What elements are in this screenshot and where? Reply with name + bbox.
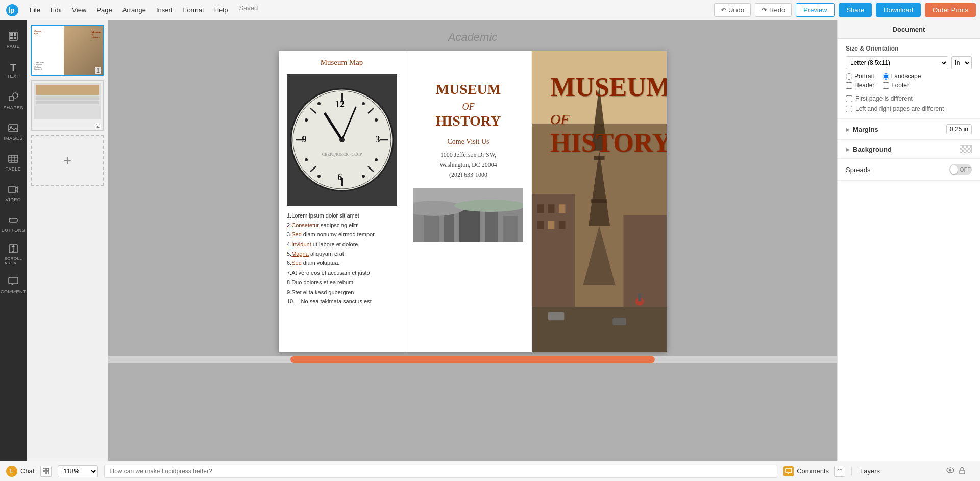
- background-header[interactable]: ▶ Background: [838, 140, 980, 158]
- svg-point-41: [317, 175, 321, 178]
- size-orientation-title: Size & Orientation: [846, 45, 972, 52]
- layers-icons: [946, 467, 966, 475]
- svg-text:6: 6: [338, 172, 342, 182]
- menu-help[interactable]: Help: [209, 4, 233, 16]
- sidebar-tool-buttons[interactable]: BUTTONS: [0, 208, 27, 239]
- download-button[interactable]: Download: [876, 3, 921, 17]
- topbar-actions: ↶ Undo ↷ Redo Preview Share Download Ord…: [714, 3, 976, 17]
- sidebar-tool-shapes[interactable]: SHAPES: [0, 86, 27, 116]
- layers-eye-icon[interactable]: [946, 467, 954, 475]
- spreads-toggle[interactable]: OFF: [949, 164, 972, 175]
- list-link[interactable]: Invidunt: [291, 241, 311, 247]
- sidebar-tool-comment[interactable]: COMMENT: [0, 270, 27, 300]
- svg-point-56: [454, 200, 523, 212]
- lr-pages-diff-row: Left and right pages are different: [846, 105, 972, 112]
- margins-value: 0.25 in: [946, 124, 972, 134]
- lr-pages-diff-checkbox[interactable]: [846, 106, 852, 112]
- svg-text:3: 3: [376, 134, 380, 145]
- scroll-area-icon: [8, 244, 18, 255]
- right-panel-background: Museum of History: [532, 51, 667, 352]
- sidebar-tool-scroll-area[interactable]: SCROLLAREA: [0, 239, 27, 270]
- list-item: 7.At vero eos et accusam et justo: [287, 268, 397, 278]
- list-link[interactable]: Magna: [291, 251, 309, 257]
- layers-lock-icon[interactable]: [959, 467, 966, 475]
- menu-page[interactable]: Page: [91, 4, 117, 16]
- shapes-label: SHAPES: [3, 105, 23, 110]
- h-scrollbar[interactable]: [108, 356, 837, 363]
- comments-button[interactable]: Comments: [783, 466, 829, 476]
- undo-button[interactable]: ↶ Undo: [714, 3, 751, 17]
- address-text: 1000 Jefferson Dr SW, Washington, DC 200…: [439, 150, 497, 180]
- menu-format[interactable]: Format: [178, 4, 209, 16]
- margins-header[interactable]: ▶ Margins 0.25 in: [838, 119, 980, 139]
- svg-text:12: 12: [335, 99, 345, 109]
- page-icon: [8, 31, 18, 43]
- expand-comments-button[interactable]: [834, 466, 845, 477]
- bottom-right: Comments: [783, 466, 845, 477]
- svg-point-40: [305, 158, 308, 161]
- document-canvas: Museum Map: [279, 51, 667, 352]
- add-page-icon: +: [63, 152, 71, 169]
- menu-file[interactable]: File: [24, 4, 45, 16]
- list-link[interactable]: Sed: [291, 260, 302, 266]
- menu-arrange[interactable]: Arrange: [117, 4, 151, 16]
- sidebar-tool-images[interactable]: IMAGES: [0, 116, 27, 147]
- page-thumb-2[interactable]: 2: [31, 80, 104, 131]
- footer-checkbox[interactable]: Footer: [883, 82, 909, 89]
- menu-insert[interactable]: Insert: [151, 4, 178, 16]
- list-link[interactable]: Consetetur: [291, 222, 319, 228]
- table-icon: [8, 154, 18, 165]
- preview-button[interactable]: Preview: [796, 3, 835, 17]
- unit-select[interactable]: in: [951, 56, 972, 69]
- menu-bar: File Edit View Page Arrange Insert Forma…: [24, 4, 714, 16]
- order-prints-button[interactable]: Order Prints: [925, 3, 976, 17]
- menu-view[interactable]: View: [67, 4, 91, 16]
- header-checkbox[interactable]: Header: [846, 82, 874, 89]
- sidebar-tool-text[interactable]: T TEXT: [0, 55, 27, 86]
- size-select[interactable]: Letter (8.5x11): [846, 56, 948, 69]
- svg-rect-64: [591, 199, 607, 203]
- svg-rect-54: [503, 216, 518, 242]
- feedback-input[interactable]: [104, 465, 777, 478]
- comments-icon: [783, 466, 794, 476]
- fit-page-button[interactable]: [40, 466, 52, 477]
- city-aerial-image: [413, 188, 523, 242]
- sidebar-tool-video[interactable]: VIDEO: [0, 178, 27, 208]
- document-title: Academic: [108, 20, 837, 51]
- document-right-panel: Museum of History: [532, 51, 667, 352]
- first-page-diff-checkbox[interactable]: [846, 95, 852, 102]
- add-page-button[interactable]: +: [31, 135, 104, 186]
- size-orientation-section: Size & Orientation Letter (8.5x11) in Po…: [838, 39, 980, 119]
- menu-edit[interactable]: Edit: [45, 4, 67, 16]
- svg-text:СВЕРДЛОВСК · СССР: СВЕРДЛОВСК · СССР: [322, 152, 362, 157]
- svg-rect-16: [9, 186, 15, 193]
- background-arrow: ▶: [846, 147, 850, 152]
- background-label: Background: [853, 146, 957, 153]
- svg-rect-78: [43, 468, 45, 471]
- svg-rect-17: [9, 218, 17, 222]
- document-panel-header: Document: [838, 20, 980, 39]
- svg-rect-3: [10, 33, 13, 36]
- sidebar-tool-table[interactable]: TABLE: [0, 147, 27, 178]
- svg-rect-67: [537, 204, 544, 213]
- list-item: 4.Invidunt ut labore et dolore: [287, 239, 397, 249]
- page-thumb-1[interactable]: MuseumMap 1.Lorem ipsum2.Consetetur3.Sed…: [31, 25, 104, 76]
- svg-rect-77: [638, 294, 641, 302]
- portrait-option[interactable]: Portrait: [846, 73, 874, 80]
- orientation-row: Portrait Landscape: [846, 73, 972, 80]
- chat-button[interactable]: L Chat: [6, 466, 34, 477]
- zoom-select[interactable]: 118%: [58, 465, 98, 477]
- svg-point-38: [305, 118, 308, 122]
- landscape-option[interactable]: Landscape: [883, 73, 921, 80]
- redo-button[interactable]: ↷ Redo: [755, 3, 792, 17]
- share-button[interactable]: Share: [839, 3, 872, 17]
- table-label: TABLE: [6, 166, 21, 172]
- margins-section: ▶ Margins 0.25 in: [838, 119, 980, 140]
- svg-rect-80: [43, 472, 45, 474]
- svg-point-43: [375, 158, 378, 161]
- svg-point-42: [362, 175, 365, 178]
- right-museum-title: Museum of History: [550, 74, 648, 157]
- sidebar-tool-page[interactable]: PAGE: [0, 25, 27, 55]
- list-link[interactable]: Sed: [291, 231, 302, 237]
- svg-rect-53: [485, 211, 498, 242]
